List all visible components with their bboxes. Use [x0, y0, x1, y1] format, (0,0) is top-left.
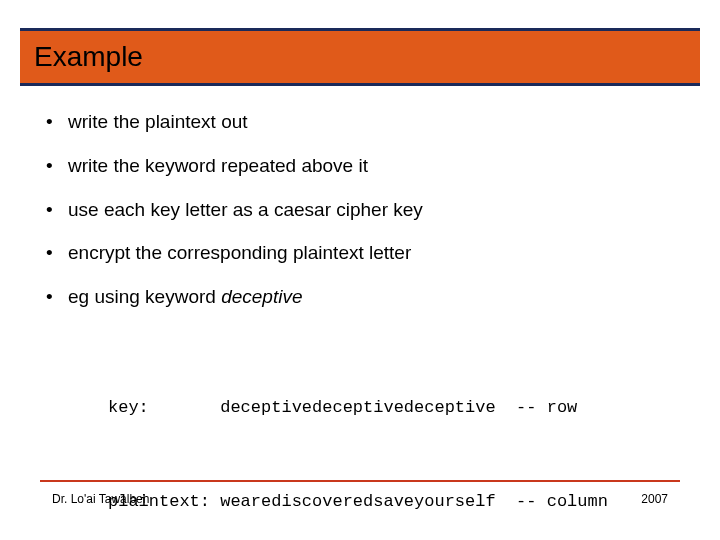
- bullet-list: write the plaintext out write the keywor…: [40, 110, 680, 309]
- bullet-item: use each key letter as a caesar cipher k…: [40, 198, 680, 222]
- bullet-item: encrypt the corresponding plaintext lett…: [40, 241, 680, 265]
- bullet-item: write the keyword repeated above it: [40, 154, 680, 178]
- top-spacer: [0, 0, 720, 28]
- footer-year: 2007: [641, 492, 668, 506]
- content-area: write the plaintext out write the keywor…: [0, 86, 720, 540]
- title-bar: Example: [20, 28, 700, 86]
- keyword-italic: deceptive: [221, 286, 302, 307]
- key-note: -- row: [496, 398, 578, 417]
- key-row: key: deceptivedeceptivedeceptive -- row: [108, 392, 680, 423]
- bullet-item: write the plaintext out: [40, 110, 680, 134]
- bullet-text: eg using keyword: [68, 286, 221, 307]
- key-label: key:: [108, 398, 220, 417]
- footer-author: Dr. Lo'ai Tawalbeh: [52, 492, 149, 506]
- bullet-item: eg using keyword deceptive: [40, 285, 680, 309]
- cipher-block: key: deceptivedeceptivedeceptive -- row …: [108, 329, 680, 540]
- footer: Dr. Lo'ai Tawalbeh 2007: [40, 480, 680, 506]
- footer-divider: [40, 480, 680, 482]
- slide-title: Example: [34, 41, 686, 73]
- key-value: deceptivedeceptivedeceptive: [220, 398, 495, 417]
- footer-row: Dr. Lo'ai Tawalbeh 2007: [40, 492, 680, 506]
